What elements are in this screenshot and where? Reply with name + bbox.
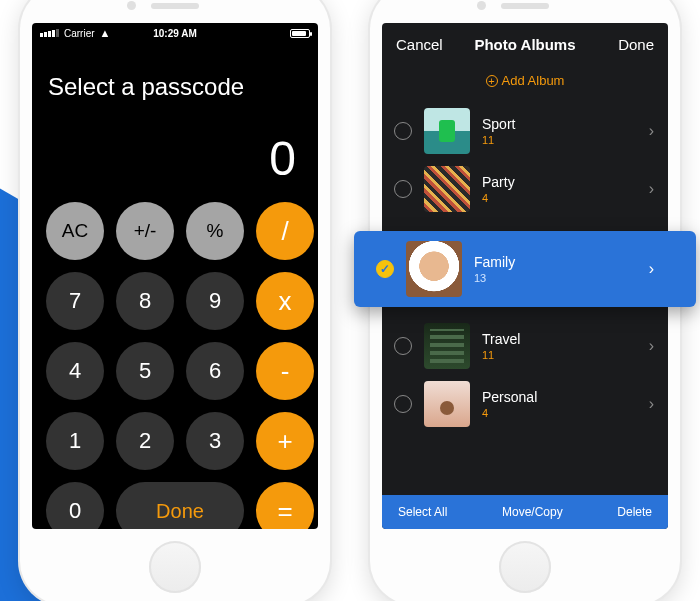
status-bar: Carrier ▲ 10:29 AM — [32, 23, 318, 43]
phone-camera — [477, 1, 486, 10]
album-name: Travel — [482, 331, 637, 347]
album-row-sport[interactable]: Sport 11 › — [382, 102, 668, 160]
bottom-toolbar: Select All Move/Copy Delete — [382, 495, 668, 529]
clock: 10:29 AM — [153, 28, 197, 39]
key-1[interactable]: 1 — [46, 412, 104, 470]
select-radio[interactable] — [394, 180, 412, 198]
album-thumbnail — [424, 323, 470, 369]
key-subtract[interactable]: - — [256, 342, 314, 400]
albums-screen: Cancel Photo Albums Done +Add Album Spor… — [382, 23, 668, 529]
delete-button[interactable]: Delete — [617, 505, 652, 519]
key-0[interactable]: 0 — [46, 482, 104, 529]
chevron-right-icon: › — [649, 337, 656, 355]
album-count: 11 — [482, 134, 637, 146]
key-2[interactable]: 2 — [116, 412, 174, 470]
key-5[interactable]: 5 — [116, 342, 174, 400]
done-button[interactable]: Done — [618, 36, 654, 53]
album-count: 4 — [482, 192, 637, 204]
phone-speaker — [501, 3, 549, 9]
album-count: 4 — [482, 407, 637, 419]
add-album-button[interactable]: +Add Album — [382, 65, 668, 102]
key-3[interactable]: 3 — [186, 412, 244, 470]
album-name: Family — [474, 254, 637, 270]
phone-speaker — [151, 3, 199, 9]
nav-bar: Cancel Photo Albums Done — [382, 23, 668, 65]
phone-mockup-albums: Cancel Photo Albums Done +Add Album Spor… — [370, 0, 680, 601]
phone-mockup-calculator: Carrier ▲ 10:29 AM Select a passcode 0 A… — [20, 0, 330, 601]
signal-icon — [40, 29, 59, 37]
album-name: Personal — [482, 389, 637, 405]
album-thumbnail — [424, 166, 470, 212]
key-add[interactable]: + — [256, 412, 314, 470]
chevron-right-icon: › — [649, 395, 656, 413]
passcode-prompt: Select a passcode — [32, 43, 318, 111]
key-8[interactable]: 8 — [116, 272, 174, 330]
select-radio-checked[interactable]: ✓ — [376, 260, 394, 278]
album-thumbnail — [424, 381, 470, 427]
key-ac[interactable]: AC — [46, 202, 104, 260]
select-radio[interactable] — [394, 395, 412, 413]
calc-display: 0 — [32, 111, 318, 202]
chevron-right-icon: › — [649, 260, 656, 278]
key-plusminus[interactable]: +/- — [116, 202, 174, 260]
calculator-screen: Carrier ▲ 10:29 AM Select a passcode 0 A… — [32, 23, 318, 529]
album-count: 13 — [474, 272, 637, 284]
key-done[interactable]: Done — [116, 482, 244, 529]
album-row-personal[interactable]: Personal 4 › — [382, 375, 668, 433]
key-divide[interactable]: / — [256, 202, 314, 260]
select-all-button[interactable]: Select All — [398, 505, 447, 519]
plus-circle-icon: + — [486, 75, 498, 87]
carrier-label: Carrier — [64, 28, 95, 39]
key-percent[interactable]: % — [186, 202, 244, 260]
home-button[interactable] — [149, 541, 201, 593]
album-list: Sport 11 › Party 4 › — [382, 102, 668, 218]
home-button[interactable] — [499, 541, 551, 593]
cancel-button[interactable]: Cancel — [396, 36, 443, 53]
album-row-travel[interactable]: Travel 11 › — [382, 317, 668, 375]
key-4[interactable]: 4 — [46, 342, 104, 400]
phone-camera — [127, 1, 136, 10]
select-radio[interactable] — [394, 337, 412, 355]
album-name: Sport — [482, 116, 637, 132]
move-copy-button[interactable]: Move/Copy — [502, 505, 563, 519]
album-row-party[interactable]: Party 4 › — [382, 160, 668, 218]
chevron-right-icon: › — [649, 122, 656, 140]
key-7[interactable]: 7 — [46, 272, 104, 330]
select-radio[interactable] — [394, 122, 412, 140]
nav-title: Photo Albums — [474, 36, 575, 53]
add-album-label: Add Album — [502, 73, 565, 88]
chevron-right-icon: › — [649, 180, 656, 198]
key-equals[interactable]: = — [256, 482, 314, 529]
album-count: 11 — [482, 349, 637, 361]
album-row-family-selected[interactable]: ✓ Family 13 › — [354, 231, 696, 307]
key-multiply[interactable]: x — [256, 272, 314, 330]
calc-keypad: AC +/- % / 7 8 9 x 4 5 6 - 1 2 3 + 0 Don… — [32, 202, 318, 529]
album-name: Party — [482, 174, 637, 190]
wifi-icon: ▲ — [100, 27, 111, 39]
album-thumbnail — [424, 108, 470, 154]
battery-icon — [290, 29, 310, 38]
key-9[interactable]: 9 — [186, 272, 244, 330]
album-thumbnail — [406, 241, 462, 297]
key-6[interactable]: 6 — [186, 342, 244, 400]
